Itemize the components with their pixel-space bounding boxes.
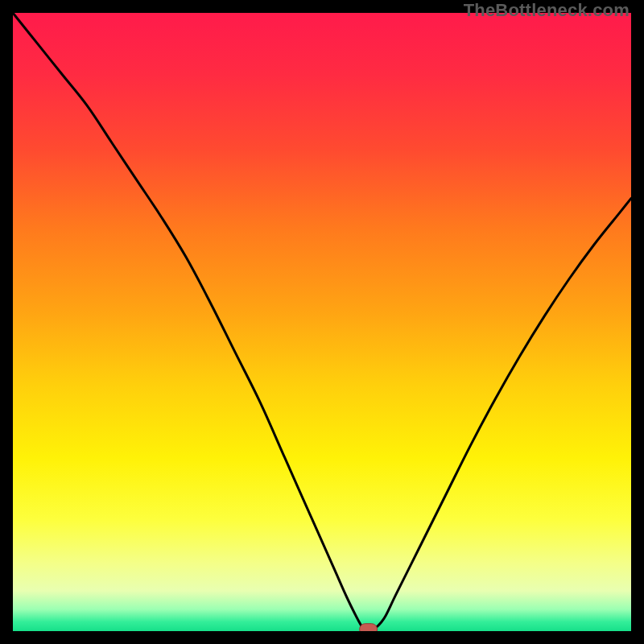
gradient-background [13, 13, 631, 631]
watermark-text: TheBottleneck.com [464, 0, 630, 21]
optimal-marker [360, 624, 378, 631]
bottleneck-chart [13, 13, 631, 631]
plot-area [13, 13, 631, 631]
chart-frame: TheBottleneck.com [0, 0, 644, 644]
